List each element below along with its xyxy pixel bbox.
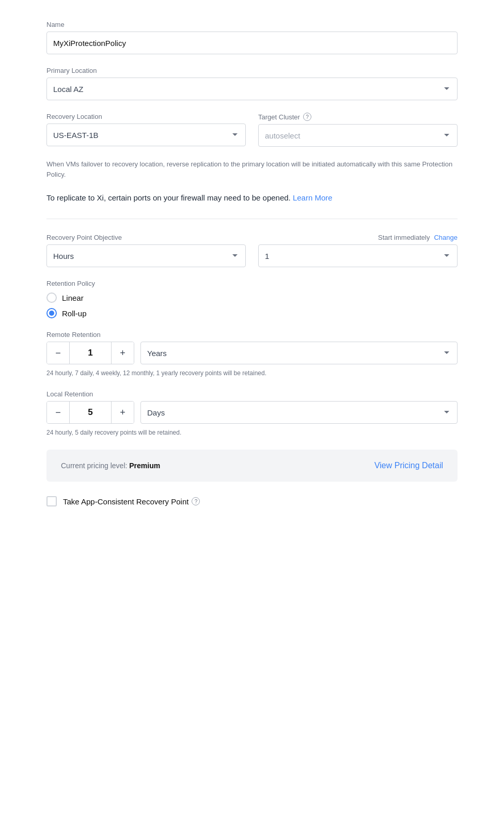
rpo-unit-select[interactable]: Hours Minutes Days — [46, 244, 246, 267]
app-consistent-checkbox[interactable] — [46, 496, 57, 506]
pricing-text: Current pricing level: Premium — [61, 461, 160, 470]
local-retention-section: Local Retention − 5 + Days Weeks Months … — [46, 390, 458, 437]
retention-radio-group: Linear Roll-up — [46, 293, 458, 318]
rpo-label: Recovery Point Objective — [46, 234, 122, 241]
divider-1 — [46, 219, 458, 219]
retention-rollup-radio[interactable] — [46, 308, 57, 318]
recovery-location-select[interactable]: US-EAST-1B — [46, 124, 246, 146]
retention-linear-item[interactable]: Linear — [46, 293, 458, 303]
app-consistent-section: Take App-Consistent Recovery Point ? — [46, 496, 458, 506]
remote-retention-hint: 24 hourly, 7 daily, 4 weekly, 12 monthly… — [46, 368, 458, 378]
remote-retention-label: Remote Retention — [46, 331, 458, 338]
local-retention-stepper: − 5 + — [46, 401, 134, 424]
retention-linear-label: Linear — [62, 294, 84, 302]
remote-retention-value: 1 — [70, 342, 111, 364]
local-retention-decrement[interactable]: − — [47, 401, 70, 424]
target-cluster-label-row: Target Cluster ? — [258, 113, 458, 121]
name-label: Name — [46, 21, 458, 28]
app-consistent-help-icon[interactable]: ? — [192, 497, 200, 505]
local-retention-unit-select[interactable]: Days Weeks Months Years — [140, 401, 458, 424]
pricing-level: Premium — [129, 461, 160, 470]
remote-retention-unit-select[interactable]: Days Weeks Months Years — [140, 342, 458, 364]
retention-linear-radio[interactable] — [46, 293, 57, 303]
local-retention-increment[interactable]: + — [111, 401, 134, 424]
remote-retention-section: Remote Retention − 1 + Days Weeks Months… — [46, 331, 458, 378]
rpo-number-section: 1 2 3 — [258, 244, 458, 267]
primary-location-select[interactable]: Local AZ — [46, 78, 458, 100]
target-cluster-label: Target Cluster — [258, 113, 300, 121]
retention-rollup-label: Roll-up — [62, 309, 87, 318]
remote-retention-decrement[interactable]: − — [47, 342, 70, 364]
local-retention-row: − 5 + Days Weeks Months Years — [46, 401, 458, 424]
app-consistent-text: Take App-Consistent Recovery Point — [63, 497, 188, 506]
target-cluster-select[interactable]: autoselect — [258, 124, 458, 147]
learn-more-link[interactable]: Learn More — [293, 193, 333, 202]
target-cluster-help-icon[interactable]: ? — [303, 113, 311, 121]
primary-location-label: Primary Location — [46, 67, 458, 74]
rpo-change-link[interactable]: Change — [434, 234, 458, 241]
remote-retention-increment[interactable]: + — [111, 342, 134, 364]
firewall-info-section: To replicate to Xi, certain ports on you… — [46, 192, 458, 204]
remote-retention-stepper: − 1 + — [46, 342, 134, 364]
firewall-info-text: To replicate to Xi, certain ports on you… — [46, 192, 458, 204]
local-retention-value: 5 — [70, 401, 111, 424]
local-retention-hint: 24 hourly, 5 daily recovery points will … — [46, 428, 458, 437]
name-input[interactable] — [46, 32, 458, 54]
rpo-number-select[interactable]: 1 2 3 — [258, 244, 458, 267]
app-consistent-label: Take App-Consistent Recovery Point ? — [63, 497, 200, 506]
recovery-location-label: Recovery Location — [46, 113, 246, 120]
retention-policy-label: Retention Policy — [46, 280, 458, 287]
target-cluster-section: Target Cluster ? autoselect — [258, 113, 458, 147]
retention-rollup-item[interactable]: Roll-up — [46, 308, 458, 318]
primary-location-section: Primary Location Local AZ — [46, 67, 458, 100]
rpo-header: Recovery Point Objective Start immediate… — [46, 234, 458, 241]
retention-policy-section: Retention Policy Linear Roll-up — [46, 280, 458, 318]
recovery-location-section: Recovery Location US-EAST-1B — [46, 113, 246, 147]
view-pricing-detail-link[interactable]: View Pricing Detail — [374, 461, 443, 470]
rpo-section: Recovery Point Objective Start immediate… — [46, 234, 458, 267]
failover-info-text: When VMs failover to recovery location, … — [46, 159, 458, 179]
name-section: Name — [46, 21, 458, 54]
rpo-inputs: Hours Minutes Days 1 2 3 — [46, 244, 458, 267]
rpo-unit-section: Hours Minutes Days — [46, 244, 246, 267]
failover-info-section: When VMs failover to recovery location, … — [46, 159, 458, 179]
remote-retention-unit-section: Days Weeks Months Years — [140, 342, 458, 364]
local-retention-unit-section: Days Weeks Months Years — [140, 401, 458, 424]
remote-retention-row: − 1 + Days Weeks Months Years — [46, 342, 458, 364]
recovery-target-row: Recovery Location US-EAST-1B Target Clus… — [46, 113, 458, 147]
pricing-box: Current pricing level: Premium View Pric… — [46, 450, 458, 482]
rpo-status-text: Start immediately — [378, 234, 430, 241]
rpo-status: Start immediately Change — [378, 234, 458, 241]
pricing-label: Current pricing level: — [61, 461, 127, 470]
local-retention-label: Local Retention — [46, 390, 458, 398]
